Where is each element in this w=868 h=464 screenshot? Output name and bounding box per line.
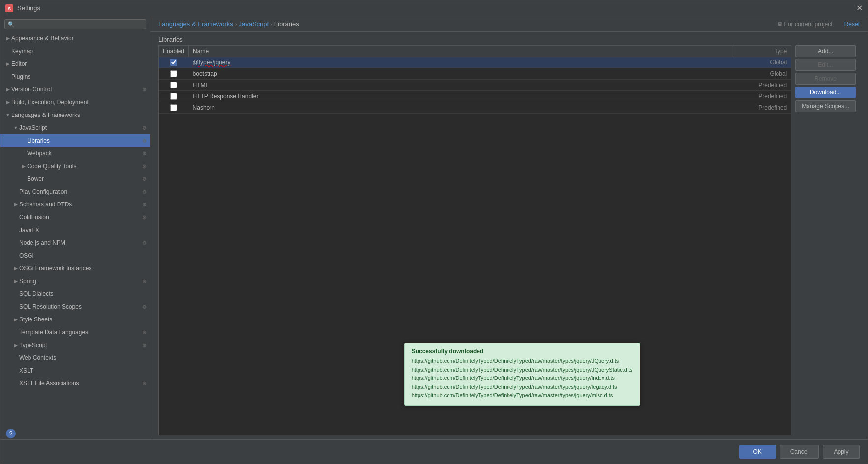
library-name: Nashorn: [193, 104, 215, 111]
sidebar-item-version-control[interactable]: ▶ Version Control ⚙: [0, 83, 150, 96]
enabled-cell[interactable]: [159, 91, 189, 102]
sidebar-item-javafx[interactable]: JavaFX: [0, 224, 150, 236]
sidebar-item-sql-dialects[interactable]: SQL Dialects: [0, 288, 150, 300]
sidebar-item-appearance[interactable]: ▶ Appearance & Behavior: [0, 32, 150, 45]
settings-icon: ⚙: [140, 240, 148, 246]
sidebar-item-xslt-file-assoc[interactable]: XSLT File Associations ⚙: [0, 377, 150, 390]
table-row[interactable]: HTTP Response Handler Predefined: [159, 91, 791, 102]
table-row[interactable]: Nashorn Predefined: [159, 102, 791, 114]
enabled-cell[interactable]: [159, 68, 189, 80]
sidebar-item-code-quality[interactable]: ▶ Code Quality Tools ⚙: [0, 160, 150, 173]
edit-button[interactable]: Edit...: [795, 59, 856, 71]
success-title: Successfully downloaded: [412, 348, 633, 355]
breadcrumb-part-1[interactable]: JavaScript: [239, 20, 269, 28]
success-url: https://github.com/DefinitelyTyped/Defin…: [412, 391, 633, 400]
project-icon: 🖥: [778, 21, 782, 27]
sidebar-item-play-config[interactable]: Play Configuration ⚙: [0, 185, 150, 198]
arrow-icon: ▶: [4, 61, 11, 66]
ok-button[interactable]: OK: [739, 445, 776, 459]
sidebar-item-editor[interactable]: ▶ Editor: [0, 58, 150, 70]
settings-icon: ⚙: [140, 164, 148, 169]
settings-icon: ⚙: [140, 304, 148, 310]
arrow-icon: ▶: [4, 36, 11, 41]
name-cell: HTTP Response Handler: [189, 91, 732, 102]
apply-button[interactable]: Apply: [823, 445, 860, 459]
sidebar-item-schemas-dtds[interactable]: ▶ Schemas and DTDs ⚙: [0, 198, 150, 211]
enabled-checkbox[interactable]: [170, 59, 177, 66]
sidebar-item-label: JavaFX: [19, 227, 148, 233]
cancel-button[interactable]: Cancel: [780, 445, 819, 459]
search-box[interactable]: 🔍: [4, 19, 146, 29]
window-title: Settings: [17, 4, 40, 12]
sidebar-item-spring[interactable]: ▶ Spring ⚙: [0, 275, 150, 288]
sidebar-item-xslt[interactable]: XSLT: [0, 364, 150, 377]
success-url: https://github.com/DefinitelyTyped/Defin…: [412, 374, 633, 383]
success-url: https://github.com/DefinitelyTyped/Defin…: [412, 366, 633, 375]
reset-button[interactable]: Reset: [844, 21, 860, 28]
sidebar-item-osgi[interactable]: OSGi: [0, 249, 150, 262]
enabled-checkbox[interactable]: [170, 82, 177, 88]
table-row[interactable]: bootstrap Global: [159, 68, 791, 80]
type-cell: Predefined: [732, 102, 791, 114]
enabled-cell[interactable]: [159, 57, 189, 68]
breadcrumb: Languages & Frameworks › JavaScript › Li…: [158, 20, 299, 28]
sidebar-item-stylesheets[interactable]: ▶ Style Sheets: [0, 313, 150, 326]
app-icon: S: [5, 4, 13, 12]
sidebar-item-template-data[interactable]: Template Data Languages ⚙: [0, 326, 150, 339]
add-button[interactable]: Add...: [795, 45, 856, 57]
arrow-icon: ▶: [12, 343, 19, 348]
arrow-icon: ▶: [12, 202, 19, 207]
sidebar-item-label: ColdFusion: [19, 214, 140, 221]
settings-icon: ⚙: [140, 138, 148, 144]
sidebar-item-bower[interactable]: Bower ⚙: [0, 173, 150, 185]
sidebar-item-javascript[interactable]: ▼ JavaScript ⚙: [0, 121, 150, 134]
sidebar-item-coldfusion[interactable]: ColdFusion ⚙: [0, 211, 150, 224]
sidebar-item-nodejs-npm[interactable]: Node.js and NPM ⚙: [0, 236, 150, 249]
table-area: Enabled Name Type @types/jquery Global: [150, 45, 868, 439]
arrow-icon: ▶: [12, 317, 19, 322]
arrow-icon: ▶: [20, 164, 27, 169]
download-button[interactable]: Download...: [795, 87, 856, 98]
libraries-table: Enabled Name Type @types/jquery Global: [159, 46, 791, 114]
sidebar-item-label: Play Configuration: [19, 188, 140, 195]
close-button[interactable]: ✕: [856, 4, 863, 12]
enabled-cell[interactable]: [159, 80, 189, 91]
sidebar-item-webpack[interactable]: Webpack ⚙: [0, 147, 150, 160]
type-cell: Global: [732, 57, 791, 68]
table-row[interactable]: @types/jquery Global: [159, 57, 791, 68]
sidebar-item-label: OSGi: [19, 252, 148, 259]
sidebar-item-osgi-framework[interactable]: ▶ OSGi Framework Instances: [0, 262, 150, 275]
sidebar-item-label: OSGi Framework Instances: [19, 265, 148, 272]
right-panel: Languages & Frameworks › JavaScript › Li…: [150, 16, 868, 439]
bottom-bar: ? OK Cancel Apply: [0, 439, 868, 464]
settings-icon: ⚙: [140, 381, 148, 386]
sidebar-item-plugins[interactable]: Plugins: [0, 70, 150, 83]
sidebar-item-libraries[interactable]: Libraries ⚙: [0, 134, 150, 147]
enabled-checkbox[interactable]: [170, 70, 177, 77]
for-project-label: 🖥 For current project: [778, 21, 833, 28]
enabled-checkbox[interactable]: [170, 104, 177, 111]
sidebar-item-languages-frameworks[interactable]: ▼ Languages & Frameworks: [0, 109, 150, 121]
col-enabled: Enabled: [159, 46, 189, 57]
panel-header: Libraries: [150, 32, 868, 45]
sidebar-item-keymap[interactable]: Keymap: [0, 45, 150, 58]
table-row[interactable]: HTML Predefined: [159, 80, 791, 91]
sidebar-item-build-execution[interactable]: ▶ Build, Execution, Deployment: [0, 96, 150, 109]
manage-scopes-button[interactable]: Manage Scopes...: [795, 100, 856, 112]
sidebar-item-label: Code Quality Tools: [27, 163, 140, 170]
sidebar-item-typescript[interactable]: ▶ TypeScript ⚙: [0, 339, 150, 351]
type-cell: Global: [732, 68, 791, 80]
enabled-checkbox[interactable]: [170, 93, 177, 100]
search-input[interactable]: [17, 21, 143, 28]
titlebar: S Settings ✕: [0, 0, 868, 16]
settings-icon: ⚙: [140, 330, 148, 335]
enabled-cell[interactable]: [159, 102, 189, 114]
help-button[interactable]: ?: [6, 429, 16, 438]
remove-button[interactable]: Remove: [795, 73, 856, 85]
sidebar-item-label: Node.js and NPM: [19, 239, 140, 246]
breadcrumb-part-0[interactable]: Languages & Frameworks: [158, 20, 233, 28]
sidebar-item-label: Schemas and DTDs: [19, 201, 140, 208]
sidebar-item-sql-resolution[interactable]: SQL Resolution Scopes ⚙: [0, 300, 150, 313]
sidebar-item-web-contexts[interactable]: Web Contexts: [0, 351, 150, 364]
sidebar-item-label: Bower: [27, 175, 140, 182]
